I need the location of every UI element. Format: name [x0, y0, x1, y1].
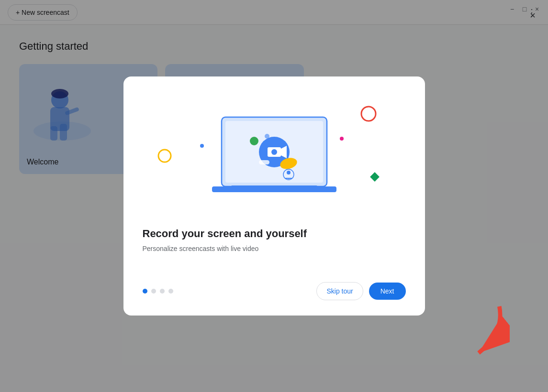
skip-tour-button[interactable]: Skip tour [316, 282, 363, 300]
svg-point-19 [361, 107, 376, 121]
svg-rect-21 [370, 172, 380, 182]
modal-close-button[interactable]: × [525, 8, 540, 23]
deco-blue-dot [200, 141, 204, 150]
modal-title: Record your screen and yourself [143, 228, 406, 240]
dot-2 [151, 289, 156, 294]
dot-3 [160, 289, 165, 294]
deco-pink-dot [340, 134, 344, 142]
modal-footer: Skip tour Next [143, 282, 406, 300]
modal-illustration [143, 96, 406, 220]
svg-point-17 [158, 150, 171, 162]
laptop-svg [212, 112, 336, 203]
red-arrow-annotation [447, 301, 510, 363]
modal-actions: Skip tour Next [316, 282, 405, 300]
svg-rect-25 [231, 185, 317, 188]
svg-point-20 [340, 137, 344, 141]
svg-point-30 [250, 137, 258, 145]
svg-point-29 [271, 149, 277, 155]
svg-point-35 [287, 171, 291, 174]
deco-green-diamond [368, 170, 382, 186]
modal-overlay: × [0, 0, 548, 392]
svg-point-18 [200, 144, 204, 148]
pagination-dots [143, 289, 173, 294]
deco-orange-circle [157, 148, 172, 165]
dot-1 [143, 289, 147, 294]
modal-dialog: Record your screen and yourself Personal… [123, 76, 425, 316]
svg-point-31 [265, 134, 269, 139]
next-button[interactable]: Next [369, 283, 406, 300]
dot-4 [168, 289, 173, 294]
deco-red-circle [360, 105, 377, 124]
svg-rect-32 [259, 160, 269, 164]
modal-description: Personalize screencasts with live video [143, 245, 406, 252]
